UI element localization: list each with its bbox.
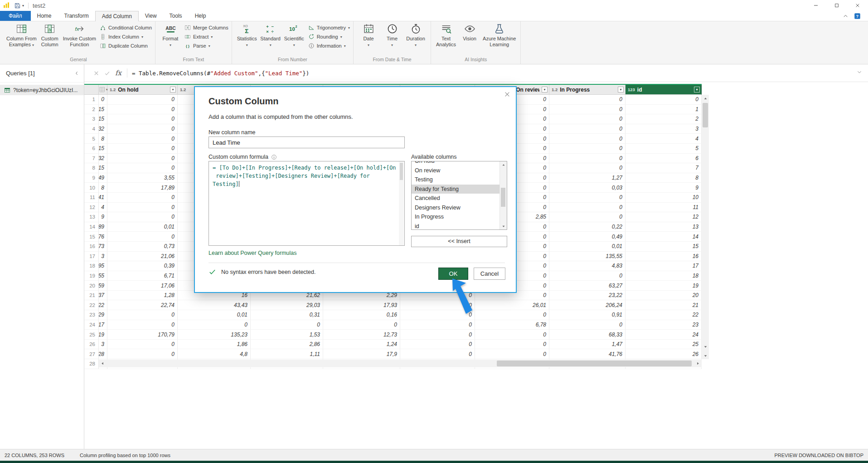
cell[interactable]: 14	[626, 232, 702, 242]
collapse-ribbon-icon[interactable]	[843, 13, 849, 19]
ribbon-extract-button[interactable]: Extract▾	[184, 33, 228, 40]
cell[interactable]: 0,31	[251, 310, 323, 320]
tab-view[interactable]: View	[139, 11, 163, 21]
cell[interactable]: 26,01	[475, 300, 549, 310]
row-number[interactable]: 17	[84, 252, 99, 262]
cell[interactable]: 0	[107, 203, 178, 213]
scroll-right-button[interactable]	[694, 360, 702, 367]
column-header-on-hold[interactable]: 1.2On hold▾	[107, 85, 178, 95]
row-number[interactable]: 24	[84, 320, 99, 330]
list-scroll-down-button[interactable]	[500, 223, 507, 229]
cell[interactable]: 29,03	[251, 300, 323, 310]
cell[interactable]: 28	[99, 349, 107, 359]
available-column-item-on-review[interactable]: On review	[412, 166, 499, 175]
cell[interactable]: 0	[549, 124, 626, 134]
ribbon-parse-button[interactable]: { }Parse▾	[184, 42, 228, 49]
cell[interactable]: 0	[107, 232, 178, 242]
cell[interactable]: 49	[99, 173, 107, 183]
ribbon-duration-button[interactable]: Duration▾	[404, 22, 427, 49]
cell[interactable]: 0	[107, 105, 178, 115]
row-number[interactable]: 9	[84, 173, 99, 183]
row-number[interactable]: 2	[84, 105, 99, 115]
cell[interactable]: 15	[99, 105, 107, 115]
info-icon[interactable]	[271, 154, 277, 160]
tab-tools[interactable]: Tools	[163, 11, 189, 21]
cell[interactable]: 26	[626, 349, 702, 359]
cell[interactable]: 11	[626, 203, 702, 213]
row-number[interactable]: 5	[84, 134, 99, 144]
available-columns-scrollbar[interactable]	[499, 161, 507, 229]
row-number[interactable]: 4	[84, 124, 99, 134]
cell[interactable]: 0	[107, 193, 178, 203]
cell[interactable]: 0	[475, 310, 549, 320]
cell[interactable]: 89	[99, 222, 107, 232]
cell[interactable]: 41	[99, 193, 107, 203]
ribbon-merge-columns-button[interactable]: Merge Columns	[184, 24, 228, 31]
ribbon-vision-button[interactable]: Vision	[458, 22, 481, 43]
list-scroll-up-button[interactable]	[500, 161, 507, 168]
cell[interactable]: 0	[251, 320, 323, 330]
cell[interactable]: 0	[549, 320, 626, 330]
cell[interactable]: 0	[99, 95, 107, 105]
ribbon-index-column-button[interactable]: 123Index Column▾	[100, 33, 152, 40]
maximize-button[interactable]	[826, 0, 847, 11]
cell[interactable]: 22	[99, 300, 107, 310]
ribbon-conditional-column-button[interactable]: Conditional Column	[100, 24, 152, 31]
available-column-item-id[interactable]: id	[412, 222, 499, 230]
cell[interactable]: 12,73	[323, 330, 400, 340]
cell[interactable]: 0	[107, 349, 178, 359]
cell[interactable]: 22	[626, 310, 702, 320]
ribbon-information-button[interactable]: Information▾	[308, 42, 350, 49]
cell[interactable]: 19	[99, 330, 107, 340]
filter-button[interactable]: ▾	[618, 87, 624, 93]
cell[interactable]: 0	[475, 349, 549, 359]
custom-formula-input[interactable]: = [To Do]+[In Progress]+[Ready to releas…	[209, 161, 405, 246]
collapse-panel-icon[interactable]	[74, 71, 79, 76]
cell[interactable]: 0	[549, 144, 626, 154]
cell[interactable]: 0,16	[323, 310, 400, 320]
new-column-name-input[interactable]	[209, 136, 405, 148]
cell[interactable]: 0	[549, 105, 626, 115]
cell[interactable]: 0,03	[549, 183, 626, 193]
cell[interactable]: 43,43	[178, 300, 251, 310]
scroll-left-button[interactable]	[99, 360, 107, 367]
row-number[interactable]: 12	[84, 203, 99, 213]
row-number[interactable]: 25	[84, 330, 99, 340]
cell[interactable]: 0,49	[549, 232, 626, 242]
cell[interactable]: 0	[549, 193, 626, 203]
cell[interactable]: 4	[99, 203, 107, 213]
cell[interactable]: 3	[99, 340, 107, 350]
cell[interactable]: 0	[107, 163, 178, 173]
ribbon-trigonometry-button[interactable]: Trigonometry▾	[308, 24, 350, 31]
cell[interactable]: 41,76	[549, 349, 626, 359]
filter-button[interactable]: ▾	[694, 87, 700, 93]
scroll-down-button[interactable]	[702, 352, 709, 359]
ribbon-date-button[interactable]: Date▾	[357, 22, 380, 49]
minimize-button[interactable]	[805, 0, 826, 11]
cell[interactable]: 3,55	[107, 173, 178, 183]
cell[interactable]: 15	[99, 163, 107, 173]
cell[interactable]: 17	[626, 261, 702, 271]
cell[interactable]: 0	[549, 154, 626, 164]
cell[interactable]: 12	[626, 212, 702, 222]
horizontal-scroll-track[interactable]	[107, 360, 694, 367]
cell[interactable]: 10	[626, 193, 702, 203]
row-number[interactable]: 26	[84, 340, 99, 350]
cell[interactable]: 0	[549, 271, 626, 281]
cell[interactable]: 1,47	[549, 340, 626, 350]
cell[interactable]: 17,06	[107, 281, 178, 291]
cell[interactable]: 0	[400, 330, 475, 340]
cell[interactable]: 0	[400, 320, 475, 330]
row-number[interactable]: 11	[84, 193, 99, 203]
cell[interactable]: 135,23	[178, 330, 251, 340]
cell[interactable]: 3	[626, 124, 702, 134]
cell[interactable]: 0	[107, 212, 178, 222]
row-number[interactable]: 3	[84, 114, 99, 124]
cell[interactable]: 16	[626, 252, 702, 262]
vertical-scroll-thumb[interactable]	[703, 103, 708, 127]
cell[interactable]: 8	[99, 183, 107, 193]
cell[interactable]: 24	[626, 330, 702, 340]
cell[interactable]: 21,06	[107, 252, 178, 262]
cell[interactable]: 1,28	[107, 291, 178, 301]
cell[interactable]: 6	[626, 154, 702, 164]
